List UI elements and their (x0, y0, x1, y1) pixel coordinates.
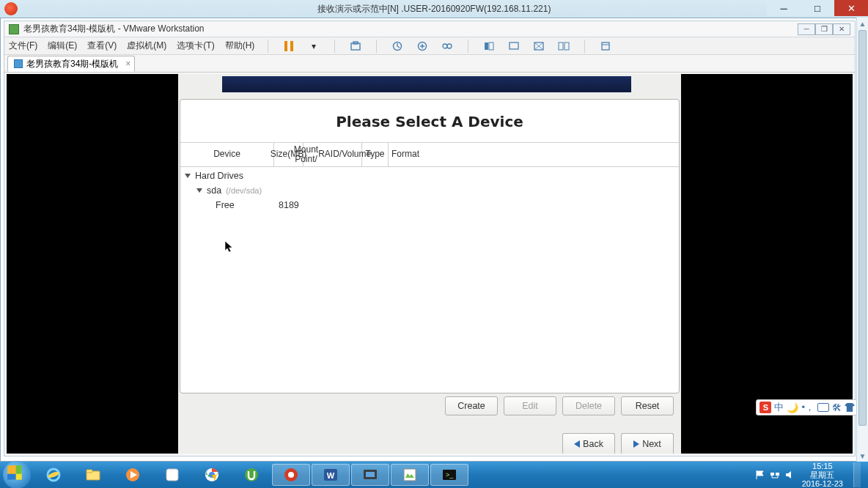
arrow-left-icon (574, 440, 580, 448)
hard-drives-label: Hard Drives (195, 171, 243, 181)
svg-rect-8 (510, 42, 518, 49)
vm-tab-close-icon[interactable]: × (125, 59, 130, 69)
manage-snapshot-button[interactable] (440, 39, 455, 53)
svg-point-5 (447, 44, 452, 48)
scroll-thumb[interactable] (858, 30, 867, 426)
col-type[interactable]: Type (362, 143, 389, 166)
ime-punct-icon[interactable]: •， (801, 401, 814, 414)
reset-button[interactable]: Reset (621, 396, 674, 415)
svg-text:>_: >_ (446, 471, 454, 478)
outer-close-button[interactable]: ✕ (834, 0, 868, 16)
taskbar-ie-button[interactable] (34, 464, 73, 486)
svg-rect-7 (489, 42, 493, 50)
take-snapshot-button[interactable] (415, 39, 430, 53)
snapshot-button[interactable] (348, 39, 363, 53)
start-button[interactable] (3, 461, 31, 488)
col-device[interactable]: Device (180, 143, 274, 166)
edit-button[interactable]: Edit (504, 396, 556, 415)
library-button[interactable] (598, 39, 613, 53)
ime-settings-icon[interactable]: 🛠 (832, 402, 842, 413)
device-table-header: Device Size(MB) Mount Point/RAID/Volume … (180, 143, 679, 167)
remote-scrollbar[interactable]: ▲ ▼ (856, 18, 868, 462)
delete-button[interactable]: Delete (562, 396, 615, 415)
panel-heading: Please Select A Device (180, 100, 679, 142)
view-fullscreen-button[interactable] (532, 39, 546, 53)
vmware-icon (9, 24, 19, 34)
menu-file[interactable]: 文件(F) (9, 40, 37, 52)
view-unity-button[interactable] (556, 39, 571, 53)
vmware-minimize-button[interactable]: ─ (798, 23, 815, 35)
svg-rect-18 (166, 469, 178, 481)
vmware-tabstrip: 老男孩教育34期-模版机 × (4, 55, 855, 73)
tray-network-icon[interactable] (770, 470, 780, 480)
taskbar-wmp-button[interactable] (114, 464, 152, 486)
taskbar-vmware-button[interactable] (351, 464, 389, 486)
row-free[interactable]: Free 8189 (183, 198, 676, 212)
taskbar-app1-button[interactable] (153, 464, 191, 486)
back-button[interactable]: Back (562, 433, 615, 454)
ime-lang-button[interactable]: 中 (774, 401, 784, 414)
vm-power-dropdown[interactable]: ▾ (306, 39, 321, 53)
col-format[interactable]: Format (389, 143, 422, 166)
vmware-menubar: 文件(F) 编辑(E) 查看(V) 虚拟机(M) 选项卡(T) 帮助(H) ▾ (4, 37, 855, 55)
vm-tab-active[interactable]: 老男孩教育34期-模版机 × (7, 56, 135, 72)
free-size: 8189 (279, 200, 299, 210)
view-console-button[interactable] (507, 39, 521, 53)
ime-skin-icon[interactable] (845, 403, 855, 412)
taskbar-chrome-button[interactable] (193, 464, 231, 486)
menu-edit[interactable]: 编辑(E) (48, 40, 77, 52)
pause-vm-button[interactable] (282, 39, 296, 53)
vm-tab-icon (14, 59, 23, 68)
vmware-titlebar[interactable]: 老男孩教育34期-模版机 - VMware Workstation ─ ❐ ✕ (4, 21, 855, 37)
taskbar-explorer-button[interactable] (74, 464, 112, 486)
ime-keyboard-icon[interactable] (817, 403, 829, 412)
svg-rect-10 (559, 42, 563, 50)
ime-moon-icon[interactable]: 🌙 (787, 402, 798, 413)
installer-header-stripe (222, 76, 631, 92)
sda-label: sda (207, 185, 221, 196)
col-mount[interactable]: Mount Point/RAID/Volume (304, 143, 362, 166)
tray-volume-icon[interactable] (784, 470, 795, 480)
guest-os-screen: Please Select A Device Device Size(MB) M… (178, 74, 681, 454)
tray-flag-icon[interactable] (755, 470, 765, 480)
device-table-body[interactable]: Hard Drives sda (/dev/sda) Free 8189 (180, 167, 679, 214)
menu-vm[interactable]: 虚拟机(M) (127, 40, 166, 52)
taskbar-terminal-button[interactable]: >_ (430, 464, 468, 486)
taskbar-clock[interactable]: 15:15 星期五 2016-12-23 (799, 462, 846, 488)
create-button[interactable]: Create (445, 396, 498, 415)
remote-session-title: 接收演示或示范中[N] .USER-20160920FW(192.168.11.… (317, 3, 551, 15)
svg-point-4 (443, 44, 447, 48)
svg-rect-11 (564, 42, 569, 50)
svg-rect-27 (366, 472, 375, 477)
next-button[interactable]: Next (621, 433, 674, 454)
outer-maximize-button[interactable]: □ (801, 0, 834, 16)
vmware-close-button[interactable]: ✕ (833, 23, 850, 35)
menu-view[interactable]: 查看(V) (87, 40, 117, 52)
scroll-down-button[interactable]: ▼ (857, 450, 868, 462)
taskbar-word-button[interactable]: W (312, 464, 350, 486)
taskbar-remote-button[interactable] (272, 464, 310, 486)
sogou-icon[interactable]: S (760, 402, 771, 413)
scroll-up-button[interactable]: ▲ (857, 18, 868, 29)
menu-help[interactable]: 帮助(H) (225, 40, 255, 52)
view-single-button[interactable] (482, 39, 496, 53)
expander-icon[interactable] (195, 186, 204, 195)
expander-icon[interactable] (183, 171, 192, 180)
system-tray[interactable]: 15:15 星期五 2016-12-23 (755, 462, 865, 488)
svg-rect-32 (776, 473, 779, 476)
menu-tabs[interactable]: 选项卡(T) (177, 40, 214, 52)
revert-snapshot-button[interactable] (390, 39, 405, 53)
vmware-restore-button[interactable]: ❐ (815, 23, 833, 35)
device-select-panel: Please Select A Device Device Size(MB) M… (180, 99, 680, 393)
taskbar-utorrent-button[interactable] (232, 464, 271, 486)
arrow-right-icon (633, 440, 639, 448)
taskbar-app2-button[interactable] (391, 464, 429, 486)
row-sda[interactable]: sda (/dev/sda) (183, 183, 676, 198)
vm-display-area[interactable]: Please Select A Device Device Size(MB) M… (7, 74, 853, 454)
show-desktop-button[interactable] (853, 462, 861, 487)
ime-toolbar[interactable]: S 中 🌙 •， 🛠 (756, 399, 858, 415)
row-hard-drives[interactable]: Hard Drives (183, 169, 676, 183)
outer-minimize-button[interactable]: ─ (767, 0, 801, 16)
remote-app-icon (4, 2, 18, 15)
wizard-nav-buttons: Back Next (562, 433, 674, 454)
